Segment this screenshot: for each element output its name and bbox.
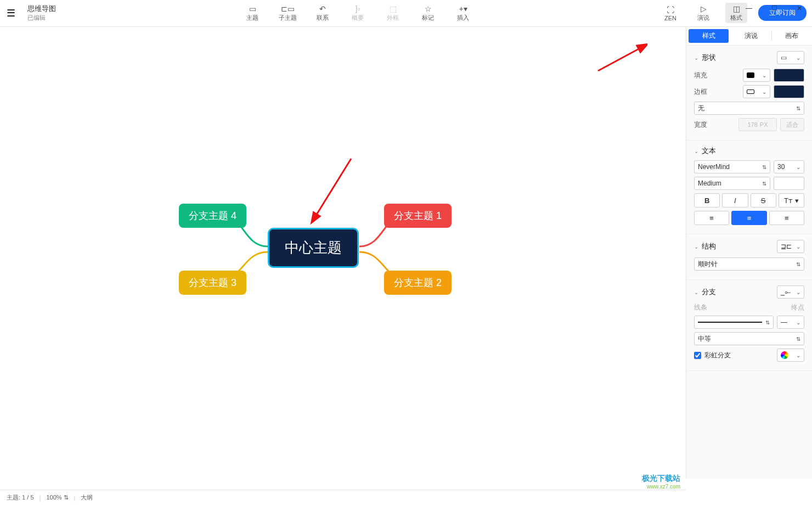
section-text: ⌄文本 NeverMind⇅ 30⌄ Medium⇅ B I S Tᴛ ▾ ≡ …	[686, 141, 812, 234]
boundary-icon: ⬚	[390, 4, 397, 14]
mindmap-canvas[interactable]: 中心主题 分支主题 1 分支主题 2 分支主题 3 分支主题 4	[0, 27, 686, 479]
hamburger-menu-icon[interactable]: ☰	[0, 7, 22, 19]
maximize-button[interactable]: ☐	[762, 0, 787, 16]
document-title: 思维导图	[27, 4, 56, 14]
font-weight-select[interactable]: Medium⇅	[694, 177, 770, 190]
marker-icon: ☆	[425, 4, 432, 14]
subtopic-button[interactable]: ⊏▭子主题	[277, 4, 298, 22]
branch-node-2[interactable]: 分支主题 2	[384, 271, 452, 295]
branch-style-select[interactable]: ⎯⟜⌄	[777, 285, 804, 299]
zen-icon: ⛶	[667, 5, 674, 15]
boundary-button[interactable]: ⬚外框	[382, 4, 404, 22]
relation-icon: ↶	[319, 4, 326, 14]
shape-select[interactable]: ▭⌄	[777, 51, 804, 64]
rainbow-branch-checkbox[interactable]: 彩虹分支	[694, 351, 731, 360]
summary-icon: ]▫	[356, 4, 360, 14]
document-status: 已编辑	[27, 14, 56, 22]
topic-count: 主题: 1 / 5	[7, 493, 34, 502]
rainbow-icon	[781, 351, 788, 359]
tab-style[interactable]: 样式	[689, 29, 729, 43]
strike-button[interactable]: S	[751, 193, 776, 207]
line-style-select[interactable]: ⇅	[694, 316, 774, 329]
border-color-swatch[interactable]	[774, 85, 804, 98]
branch-node-1[interactable]: 分支主题 1	[384, 204, 452, 228]
outline-button[interactable]: 大纲	[81, 493, 93, 502]
font-select[interactable]: NeverMind⇅	[694, 160, 770, 173]
close-button[interactable]: ✕	[787, 0, 812, 16]
fit-button[interactable]: 适合	[780, 118, 804, 131]
line-end-select[interactable]: —⌄	[777, 316, 804, 329]
structure-icon: ⊒⊏	[781, 243, 792, 250]
pitch-button[interactable]: ▷演说	[692, 4, 714, 22]
main-toolbar: ▭主题 ⊏▭子主题 ↶联系 ]▫概要 ⬚外框 ☆标记 +▾插入	[56, 4, 659, 22]
section-branch: ⌄分支 ⎯⟜⌄ 线条 终点 ⇅ —⌄ 中等⇅ 彩虹分支 ⌄	[686, 280, 812, 371]
branch-node-4[interactable]: 分支主题 4	[179, 204, 246, 228]
line-weight-select[interactable]: 中等⇅	[694, 332, 804, 345]
font-size-select[interactable]: 30⌄	[774, 160, 804, 173]
svg-line-1	[598, 48, 641, 71]
format-panel: 样式 演说 画布 ⌄形状 ▭⌄ 填充 ⌄ 边框 ⌄	[686, 27, 812, 479]
align-right-button[interactable]: ≡	[769, 211, 804, 225]
chevron-down-icon: ⌄	[694, 55, 698, 61]
subtopic-icon: ⊏▭	[281, 4, 295, 14]
tab-pitch[interactable]: 演说	[731, 27, 771, 45]
status-bar: 主题: 1 / 5 | 100% ⇅ | 大纲	[0, 490, 686, 505]
window-controls: — ☐ ✕	[736, 0, 812, 16]
topic-icon: ▭	[249, 4, 256, 14]
align-left-button[interactable]: ≡	[694, 211, 729, 225]
italic-button[interactable]: I	[722, 193, 748, 207]
border-style-select[interactable]: ⌄	[743, 85, 770, 98]
marker-button[interactable]: ☆标记	[417, 4, 439, 22]
minimize-button[interactable]: —	[736, 0, 762, 16]
annotation-arrow-1	[307, 153, 357, 225]
document-title-block: 思维导图 已编辑	[27, 4, 56, 22]
structure-select[interactable]: ⊒⊏⌄	[777, 240, 804, 253]
svg-line-0	[315, 159, 351, 216]
insert-button[interactable]: +▾插入	[452, 4, 474, 22]
panel-tabs: 样式 演说 画布	[686, 27, 812, 46]
annotation-arrow-2	[593, 43, 647, 76]
summary-button[interactable]: ]▫概要	[347, 4, 369, 22]
width-input[interactable]: 178PX	[738, 118, 777, 131]
zen-button[interactable]: ⛶ZEN	[659, 5, 681, 21]
insert-icon: +▾	[459, 4, 467, 14]
relation-button[interactable]: ↶联系	[312, 4, 334, 22]
branch-node-3[interactable]: 分支主题 3	[179, 271, 246, 295]
zoom-level[interactable]: 100% ⇅	[46, 494, 68, 501]
section-structure: ⌄结构 ⊒⊏⌄ 顺时针⇅	[686, 234, 812, 280]
rainbow-color-select[interactable]: ⌄	[777, 349, 804, 362]
fill-pattern-select[interactable]: ⌄	[743, 69, 770, 82]
section-shape: ⌄形状 ▭⌄ 填充 ⌄ 边框 ⌄ 无⇅ 宽度	[686, 46, 812, 141]
topic-button[interactable]: ▭主题	[241, 4, 263, 22]
center-topic-node[interactable]: 中心主题	[268, 228, 359, 268]
font-color-swatch[interactable]	[774, 177, 804, 190]
watermark: 极光下载站 www.xz7.com	[642, 474, 680, 490]
pitch-icon: ▷	[701, 4, 707, 14]
chevron-down-icon: ⌄	[694, 148, 698, 154]
chevron-down-icon: ⌄	[694, 244, 698, 250]
fill-color-swatch[interactable]	[774, 69, 804, 82]
text-case-button[interactable]: Tᴛ ▾	[779, 193, 804, 207]
chevron-down-icon: ⌄	[694, 289, 698, 295]
border-width-select[interactable]: 无⇅	[694, 102, 804, 115]
direction-select[interactable]: 顺时针⇅	[694, 257, 804, 271]
tab-canvas[interactable]: 画布	[772, 27, 812, 45]
bold-button[interactable]: B	[694, 193, 720, 207]
rounded-rect-icon: ▭	[781, 54, 787, 61]
align-center-button[interactable]: ≡	[731, 211, 766, 225]
branch-style-icon: ⎯⟜	[781, 288, 791, 296]
